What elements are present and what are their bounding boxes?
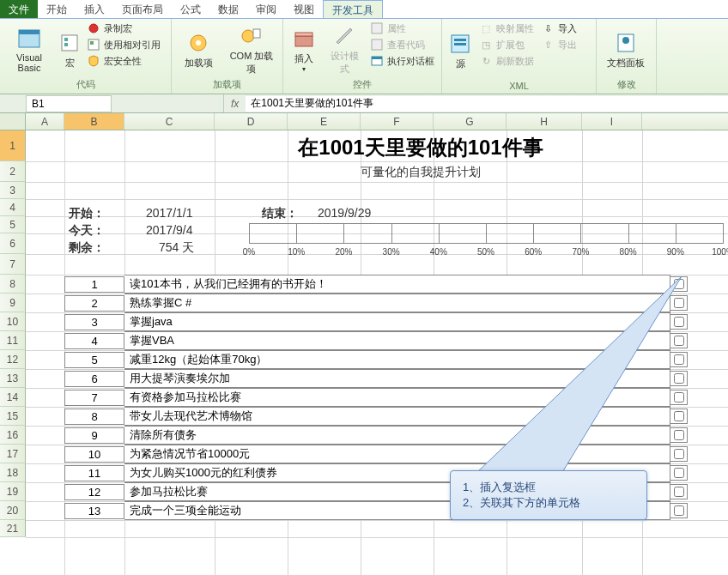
insert-control-button[interactable]: 插入▾ bbox=[287, 21, 321, 77]
row-header-9[interactable]: 9 bbox=[0, 294, 26, 312]
start-value: 2017/1/1 bbox=[146, 206, 193, 220]
row-header-3[interactable]: 3 bbox=[0, 182, 26, 199]
refresh-button[interactable]: ↻刷新数据 bbox=[476, 53, 537, 69]
macro-icon bbox=[56, 29, 83, 57]
col-header-G[interactable]: G bbox=[434, 113, 507, 130]
row-header-4[interactable]: 4 bbox=[0, 199, 26, 216]
task-number: 1 bbox=[64, 276, 124, 293]
dialog-icon bbox=[370, 54, 384, 68]
macro-button[interactable]: 宏 bbox=[57, 21, 82, 77]
tab-file[interactable]: 文件 bbox=[0, 0, 38, 18]
row-header-20[interactable]: 20 bbox=[0, 501, 26, 520]
svg-rect-13 bbox=[295, 33, 312, 36]
row-headers: 123456789101112131415161718192021 bbox=[0, 130, 26, 537]
vb-icon bbox=[15, 25, 43, 52]
map-props-button[interactable]: ⬚映射属性 bbox=[476, 21, 537, 36]
row-header-5[interactable]: 5 bbox=[0, 216, 26, 233]
row-header-19[interactable]: 19 bbox=[0, 482, 26, 501]
tab-insert[interactable]: 插入 bbox=[76, 0, 113, 18]
row-header-1[interactable]: 1 bbox=[0, 130, 26, 161]
tab-home[interactable]: 开始 bbox=[38, 0, 76, 18]
start-label: 开始： bbox=[69, 206, 105, 221]
run-dialog-button[interactable]: 执行对话框 bbox=[367, 53, 437, 69]
col-header-F[interactable]: F bbox=[361, 113, 434, 130]
addin-button[interactable]: 加载项 bbox=[175, 21, 222, 77]
remain-label: 剩余： bbox=[69, 240, 105, 256]
scale-tick-70%: 70% bbox=[572, 247, 589, 257]
col-header-E[interactable]: E bbox=[288, 113, 361, 130]
svg-rect-14 bbox=[372, 23, 382, 33]
row-header-21[interactable]: 21 bbox=[0, 520, 26, 537]
design-mode-button[interactable]: 设计模式 bbox=[323, 21, 366, 77]
row-header-15[interactable]: 15 bbox=[0, 407, 26, 426]
export-button[interactable]: ⇧导出 bbox=[538, 37, 579, 52]
row-header-6[interactable]: 6 bbox=[0, 233, 26, 254]
visual-basic-button[interactable]: Visual Basic bbox=[3, 21, 55, 77]
row-header-16[interactable]: 16 bbox=[0, 426, 26, 445]
row-header-13[interactable]: 13 bbox=[0, 369, 26, 388]
col-header-H[interactable]: H bbox=[507, 113, 582, 130]
row-header-14[interactable]: 14 bbox=[0, 388, 26, 407]
task-number: 8 bbox=[64, 409, 124, 425]
row-header-12[interactable]: 12 bbox=[0, 350, 26, 369]
svg-point-22 bbox=[622, 37, 629, 44]
scale-tick-30%: 30% bbox=[383, 247, 400, 257]
task-checkbox[interactable] bbox=[674, 505, 684, 516]
toolbox-icon bbox=[290, 25, 318, 52]
col-header-A[interactable]: A bbox=[26, 113, 64, 130]
macro-safety-button[interactable]: 宏安全性 bbox=[84, 53, 163, 69]
cell-area[interactable]: 在1001天里要做的101件事 可量化的自我提升计划 开始： 2017/1/1 … bbox=[26, 130, 728, 537]
tab-layout[interactable]: 页面布局 bbox=[113, 0, 172, 18]
ext-pack-button[interactable]: ◳扩展包 bbox=[476, 37, 537, 52]
scale-tick-80%: 80% bbox=[620, 247, 637, 257]
row-header-18[interactable]: 18 bbox=[0, 463, 26, 482]
group-code-label: 代码 bbox=[3, 77, 167, 92]
code-icon bbox=[370, 38, 384, 51]
row-header-7[interactable]: 7 bbox=[0, 254, 26, 275]
row-header-10[interactable]: 10 bbox=[0, 312, 26, 331]
scale-tick-10%: 10% bbox=[288, 247, 305, 257]
svg-point-10 bbox=[242, 30, 254, 42]
col-header-I[interactable]: I bbox=[582, 113, 642, 130]
formula-bar: fx bbox=[0, 94, 728, 113]
export-icon: ⇧ bbox=[541, 38, 555, 51]
task-number: 10 bbox=[64, 446, 124, 463]
relative-ref-button[interactable]: 使用相对引用 bbox=[84, 37, 163, 52]
row-header-11[interactable]: 11 bbox=[0, 331, 26, 350]
svg-rect-17 bbox=[372, 57, 382, 59]
record-macro-button[interactable]: 录制宏 bbox=[84, 21, 163, 36]
fx-icon[interactable]: fx bbox=[224, 98, 246, 110]
tab-developer[interactable]: 开发工具 bbox=[323, 0, 383, 18]
doc-panel-button[interactable]: 文档面板 bbox=[600, 21, 652, 77]
props-icon bbox=[370, 21, 384, 35]
ruler-icon bbox=[331, 22, 358, 50]
source-button[interactable]: 源 bbox=[446, 21, 475, 80]
row-header-2[interactable]: 2 bbox=[0, 161, 26, 182]
scale-tick-20%: 20% bbox=[335, 247, 352, 257]
spreadsheet: ABCDEFGHI 123456789101112131415161718192… bbox=[0, 113, 728, 537]
col-header-C[interactable]: C bbox=[124, 113, 215, 130]
callout-arrow bbox=[450, 273, 699, 496]
task-number: 6 bbox=[64, 371, 124, 387]
com-icon bbox=[238, 22, 265, 50]
column-headers: ABCDEFGHI bbox=[0, 113, 728, 130]
col-header-B[interactable]: B bbox=[64, 113, 124, 130]
tab-data[interactable]: 数据 bbox=[209, 0, 247, 18]
formula-input[interactable] bbox=[246, 96, 728, 112]
tab-review[interactable]: 审阅 bbox=[247, 0, 285, 18]
today-label: 今天： bbox=[69, 223, 105, 239]
tab-formula[interactable]: 公式 bbox=[172, 0, 209, 18]
import-button[interactable]: ⇩导入 bbox=[538, 21, 579, 36]
select-all-corner[interactable] bbox=[0, 113, 26, 130]
com-addin-button[interactable]: COM 加载项 bbox=[224, 21, 279, 77]
properties-button[interactable]: 属性 bbox=[367, 21, 437, 36]
svg-rect-3 bbox=[64, 38, 68, 41]
svg-rect-19 bbox=[454, 39, 466, 41]
group-controls-label: 控件 bbox=[287, 77, 438, 92]
row-header-17[interactable]: 17 bbox=[0, 445, 26, 463]
view-code-button[interactable]: 查看代码 bbox=[367, 37, 437, 52]
name-box[interactable] bbox=[26, 95, 112, 112]
col-header-D[interactable]: D bbox=[215, 113, 288, 130]
tab-view[interactable]: 视图 bbox=[285, 0, 323, 18]
row-header-8[interactable]: 8 bbox=[0, 275, 26, 294]
